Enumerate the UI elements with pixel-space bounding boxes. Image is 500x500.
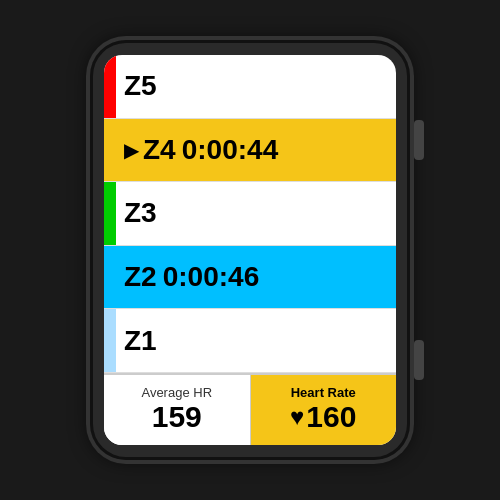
zone-row-z1: Z1 bbox=[104, 309, 396, 373]
hr-label: Heart Rate bbox=[291, 385, 356, 400]
hr-number: 160 bbox=[306, 400, 356, 434]
zone-color-z2 bbox=[104, 246, 116, 309]
zone-color-z4 bbox=[104, 119, 116, 182]
zone-label-z3: Z3 bbox=[124, 197, 157, 229]
heart-icon: ♥ bbox=[290, 403, 304, 431]
zone-row-z3: Z3 bbox=[104, 182, 396, 246]
zone-label-z5: Z5 bbox=[124, 70, 157, 102]
bottom-bar: Average HR 159 Heart Rate ♥ 160 bbox=[104, 373, 396, 445]
zone-color-z3 bbox=[104, 182, 116, 245]
zone-content-z4: ▶ Z4 0:00:44 bbox=[116, 119, 396, 182]
zone-row-z5: Z5 bbox=[104, 55, 396, 119]
zone-time-z2: 0:00:46 bbox=[163, 261, 260, 293]
zone-label-z1: Z1 bbox=[124, 325, 157, 357]
zone-label-z4: Z4 bbox=[143, 134, 176, 166]
hr-section: Heart Rate ♥ 160 bbox=[251, 375, 397, 445]
avg-hr-section: Average HR 159 bbox=[104, 375, 251, 445]
watch-button-bottom[interactable] bbox=[414, 340, 424, 380]
zone-time-z4: 0:00:44 bbox=[182, 134, 279, 166]
zone-color-z5 bbox=[104, 55, 116, 118]
zone-content-z3: Z3 bbox=[116, 182, 396, 245]
zone-row-z4: ▶ Z4 0:00:44 bbox=[104, 119, 396, 183]
zone-color-z1 bbox=[104, 309, 116, 372]
watch-body: Z5 ▶ Z4 0:00:44 Z3 Z2 0:00:46 bbox=[90, 40, 410, 460]
zone-content-z2: Z2 0:00:46 bbox=[116, 246, 396, 309]
watch-button-top[interactable] bbox=[414, 120, 424, 160]
watch-screen: Z5 ▶ Z4 0:00:44 Z3 Z2 0:00:46 bbox=[104, 55, 396, 445]
play-icon-z4: ▶ bbox=[124, 138, 139, 162]
zone-content-z5: Z5 bbox=[116, 55, 396, 118]
hr-value-container: ♥ 160 bbox=[290, 400, 356, 434]
zone-content-z1: Z1 bbox=[116, 309, 396, 372]
zone-row-z2: Z2 0:00:46 bbox=[104, 246, 396, 310]
avg-hr-label: Average HR bbox=[141, 385, 212, 400]
avg-hr-value: 159 bbox=[152, 400, 202, 434]
zone-label-z2: Z2 bbox=[124, 261, 157, 293]
